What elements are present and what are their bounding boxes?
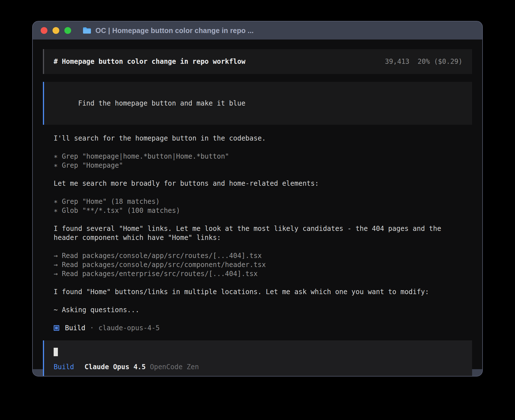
blank-line bbox=[54, 215, 472, 224]
assistant-text-line: I found "Home" buttons/links in multiple… bbox=[54, 287, 472, 296]
traffic-lights bbox=[41, 27, 71, 34]
prompt-model-row: Build Claude Opus 4.5 OpenCode Zen bbox=[54, 362, 462, 371]
text-cursor bbox=[54, 348, 58, 356]
tool-call-line: → Read packages/console/app/src/componen… bbox=[54, 260, 472, 269]
blank-line bbox=[54, 170, 472, 179]
blank-line bbox=[54, 143, 472, 152]
assistant-text-line: header component which have "Home" links… bbox=[54, 233, 472, 242]
blank-line bbox=[54, 242, 472, 251]
blank-line bbox=[54, 188, 472, 197]
zoom-button[interactable] bbox=[64, 27, 71, 34]
tool-call-line: ∗ Grep "Home" (18 matches) bbox=[54, 197, 472, 206]
tool-call-line: ∗ Grep "Homepage" bbox=[54, 161, 472, 170]
session-stats: 39,413 20% ($0.29) bbox=[385, 57, 462, 66]
folder-icon bbox=[82, 27, 91, 34]
tool-call-line: → Read packages/console/app/src/routes/[… bbox=[54, 251, 472, 260]
app-window: OC | Homepage button color change in rep… bbox=[32, 21, 483, 377]
agent-separator: · bbox=[90, 323, 94, 333]
agent-status-row: Build · claude-opus-4-5 bbox=[54, 323, 472, 333]
assistant-text-line: I'll search for the homepage button in t… bbox=[54, 134, 472, 143]
model-name: Claude Opus 4.5 bbox=[84, 362, 146, 371]
prompt-input[interactable]: Build Claude Opus 4.5 OpenCode Zen bbox=[43, 340, 472, 377]
blank-line bbox=[54, 278, 472, 287]
provider-name: OpenCode Zen bbox=[150, 362, 199, 371]
blank-line bbox=[54, 296, 472, 305]
tool-call-line: ∗ Grep "homepage|home.*button|Home.*butt… bbox=[54, 152, 472, 161]
prompt-cursor-line[interactable] bbox=[54, 347, 462, 356]
tool-call-line: → Read packages/enterprise/src/routes/[.… bbox=[54, 269, 472, 278]
assistant-text-line: Let me search more broadly for buttons a… bbox=[54, 179, 472, 188]
close-button[interactable] bbox=[41, 27, 47, 34]
assistant-transcript: I'll search for the homepage button in t… bbox=[54, 134, 472, 323]
terminal-view: # Homepage button color change in repo w… bbox=[33, 40, 482, 369]
tool-call-line: ∗ Glob "**/*.tsx" (100 matches) bbox=[54, 206, 472, 215]
mode-label: Build bbox=[54, 362, 74, 371]
user-message-panel: Find the homepage button and make it blu… bbox=[43, 82, 472, 125]
session-header: # Homepage button color change in repo w… bbox=[43, 49, 472, 74]
minimize-button[interactable] bbox=[53, 27, 59, 34]
agent-name: Build bbox=[65, 323, 85, 333]
session-title: # Homepage button color change in repo w… bbox=[54, 57, 245, 66]
window-title: OC | Homepage button color change in rep… bbox=[95, 27, 254, 35]
blank-line bbox=[54, 314, 472, 323]
context-usage: 20% ($0.29) bbox=[418, 57, 462, 66]
titlebar: OC | Homepage button color change in rep… bbox=[33, 21, 482, 40]
assistant-text-line: I found several "Home" links. Let me loo… bbox=[54, 224, 472, 233]
title-group: OC | Homepage button color change in rep… bbox=[82, 27, 254, 35]
agent-model: claude-opus-4-5 bbox=[99, 323, 160, 333]
token-count: 39,413 bbox=[385, 57, 409, 66]
assistant-status-line: ~ Asking questions... bbox=[54, 305, 472, 314]
agent-square-icon bbox=[54, 325, 59, 331]
user-message-text: Find the homepage button and make it blu… bbox=[78, 99, 245, 107]
